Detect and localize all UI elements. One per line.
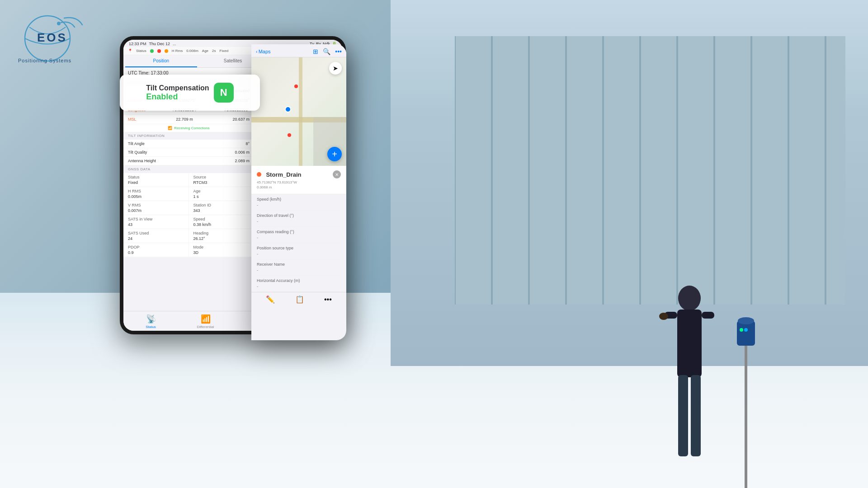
tilt-quality-value: 0.006 m — [235, 150, 250, 155]
map-view[interactable]: ➤ + — [251, 57, 346, 166]
msl-gnss: 22.709 m — [176, 117, 193, 122]
nav-differential[interactable]: 📶 Differential — [178, 314, 233, 329]
tilt-comp-n-icon: N — [220, 87, 227, 99]
edit-icon[interactable]: ✏️ — [266, 295, 275, 304]
station-id-value: 343 — [193, 208, 250, 213]
layers-icon[interactable]: ⊞ — [313, 48, 318, 55]
storm-drain-popup: Storm_Drain ✕ 45.71382°N 73.61913°W 0.00… — [251, 166, 346, 194]
position-source-info-row: Position source type - — [257, 243, 341, 259]
hrms-cell-label: H RMS — [128, 189, 184, 193]
nav-status[interactable]: 📡 Status — [123, 314, 178, 329]
maps-back-button[interactable]: ‹ Maps — [256, 49, 271, 54]
status-bar-left: 12:33 PM Thu Dec 12 ... — [129, 42, 176, 46]
svg-text:EOS: EOS — [37, 31, 67, 44]
gps-icon: 📍 — [128, 49, 132, 53]
gnss-sats-view-cell: SATS in View 43 — [123, 215, 189, 229]
speed-value: 0.38 km/h — [193, 222, 250, 227]
maps-more-icon[interactable]: ••• — [324, 296, 332, 304]
antenna-height-value: 2.089 m — [235, 159, 250, 163]
maps-panel: ‹ Maps ⊞ 🔍 ••• ➤ + — [251, 44, 346, 340]
gnss-mode-cell: Mode 3D — [189, 243, 255, 257]
gnss-data-grid: Status Fixed Source RTCM3 H RMS 0.005m A… — [123, 173, 254, 257]
storm-drain-header: Storm_Drain ✕ — [257, 170, 341, 178]
age-cell-label: Age — [193, 189, 250, 193]
pdop-value: 0.9 — [128, 250, 184, 255]
dots-display: ... — [173, 42, 176, 46]
storm-drain-distance: 0.0068 m — [257, 185, 341, 189]
compass-arrow-icon: ➤ — [333, 65, 338, 72]
collect-icon[interactable]: 📋 — [295, 295, 304, 304]
map-point-red-1 — [294, 84, 298, 88]
sats-view-value: 43 — [128, 222, 184, 227]
map-point-red-2 — [288, 133, 291, 137]
map-compass-button[interactable]: ➤ — [329, 62, 342, 75]
tilt-angle-row: Tilt Angle 8° — [123, 140, 254, 148]
svg-text:Positioning Systems: Positioning Systems — [18, 58, 71, 63]
gnss-section-header: GNSS DATA — [123, 165, 254, 173]
status-nav-icon: 📡 — [146, 314, 156, 324]
gnss-heading-cell: Heading 26.12° — [189, 229, 255, 243]
gnss-speed-cell: Speed 0.38 km/h — [189, 215, 255, 229]
gnss-age-cell: Age 1 s — [189, 187, 255, 201]
speed-label: Speed — [193, 217, 250, 221]
heading-value: 26.12° — [193, 236, 250, 241]
map-road-v — [299, 57, 302, 166]
antenna-height-label: Antenna Height — [128, 159, 156, 163]
position-source-value: - — [257, 251, 341, 256]
storm-drain-close-button[interactable]: ✕ — [333, 170, 341, 178]
speed-info-value: - — [257, 202, 341, 207]
storm-drain-color-dot — [257, 172, 261, 177]
differential-nav-icon: 📶 — [201, 314, 211, 324]
position-source-label: Position source type — [257, 246, 341, 250]
sats-used-value: 24 — [128, 236, 184, 241]
date-display: Thu Dec 12 — [149, 42, 170, 46]
source-cell-label: Source — [193, 175, 250, 179]
status-value: Fixed — [220, 49, 229, 53]
plus-icon: + — [332, 149, 337, 160]
svg-rect-12 — [737, 321, 755, 346]
chevron-left-icon: ‹ — [256, 49, 258, 54]
gnss-vrms-cell: V RMS 0.007m — [123, 201, 189, 215]
storm-drain-info-section: Speed (km/h) - Direction of travel (°) -… — [251, 194, 346, 292]
more-icon[interactable]: ••• — [335, 48, 342, 55]
gnss-hrms-cell: H RMS 0.005m — [123, 187, 189, 201]
compass-info-label: Compass reading (°) — [257, 230, 341, 234]
tilt-section-header: TILT INFORMATION — [123, 132, 254, 140]
direction-info-label: Direction of travel (°) — [257, 213, 341, 218]
direction-info-value: - — [257, 219, 341, 224]
tilt-quality-row: Tilt Quality 0.006 m — [123, 148, 254, 157]
svg-rect-7 — [691, 375, 701, 456]
status-cell-value: Fixed — [128, 180, 184, 185]
svg-point-13 — [738, 317, 754, 324]
maps-header: ‹ Maps ⊞ 🔍 ••• — [251, 44, 346, 57]
map-add-button[interactable]: + — [327, 147, 342, 161]
svg-point-4 — [678, 286, 701, 311]
tilt-comp-status: Enabled — [146, 92, 178, 102]
direction-info-row: Direction of travel (°) - — [257, 211, 341, 227]
sats-view-label: SATS in View — [128, 217, 184, 221]
svg-point-10 — [659, 313, 668, 320]
maps-toolbar-icons: ⊞ 🔍 ••• — [313, 48, 342, 55]
vrms-cell-value: 0.007m — [128, 208, 184, 213]
mode-label: Mode — [193, 245, 250, 249]
msl-label: MSL — [128, 117, 137, 122]
map-location-dot — [285, 106, 291, 113]
receiver-name-info-row: Receiver Name - — [257, 259, 341, 276]
msl-row: MSL 22.709 m 20.637 m — [123, 115, 254, 124]
maps-back-label: Maps — [259, 49, 271, 54]
svg-rect-5 — [677, 310, 702, 377]
tab-position[interactable]: Position — [125, 55, 197, 67]
status-red-dot — [157, 49, 161, 53]
hrms-value: 0.008m — [186, 49, 198, 53]
corrections-badge: 📶 Receiving Corrections — [123, 124, 254, 132]
status-cell-label: Status — [128, 175, 184, 179]
time-display: 12:33 PM — [129, 42, 146, 46]
age-label: Age — [202, 49, 208, 53]
status-orange-dot — [165, 49, 168, 53]
status-nav-label: Status — [146, 325, 156, 329]
svg-point-14 — [740, 328, 743, 332]
search-icon[interactable]: 🔍 — [323, 48, 330, 55]
horizontal-accuracy-label: Horizontal Accuracy (m) — [257, 278, 341, 283]
svg-point-2 — [57, 22, 61, 25]
gps-pole-figure — [732, 316, 760, 488]
